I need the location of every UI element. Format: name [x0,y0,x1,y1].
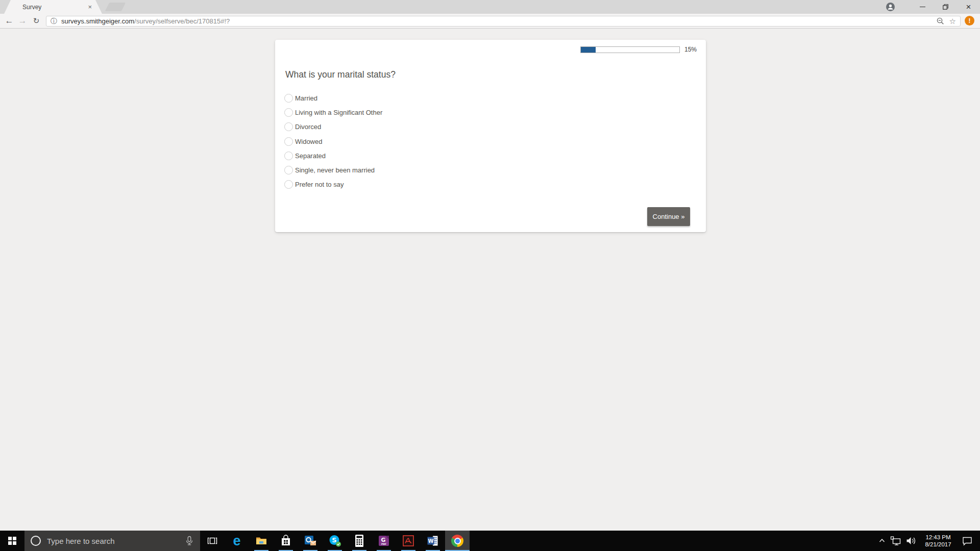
option-label: Separated [295,152,326,160]
acrobat-reader-button[interactable] [396,531,421,551]
taskbar-app-icons: e [200,531,470,551]
tab-close-icon[interactable]: × [88,4,92,10]
edge-icon: e [233,534,240,548]
option-row-married[interactable]: Married [284,91,382,105]
skype-icon: S [328,534,341,547]
option-label: Married [295,94,317,102]
chrome-icon [451,535,463,547]
word-icon: W [427,535,439,547]
task-view-icon [207,535,218,546]
browser-titlebar: Survey × × [0,0,980,14]
option-row-living-with-significant-other[interactable]: Living with a Significant Other [284,105,382,119]
microphone-icon[interactable] [185,536,194,546]
svg-text:W: W [428,538,433,544]
progress-percent-label: 15% [684,46,697,53]
address-bar[interactable]: ⓘ surveys.smithgeiger.com/survey/selfser… [46,16,961,27]
minimize-button[interactable] [911,0,934,14]
close-window-button[interactable]: × [957,0,980,14]
survey-card: 15% What is your marital status? Married… [275,40,706,232]
browser-tab-survey[interactable]: Survey × [4,0,102,14]
option-label: Prefer not to say [295,181,344,188]
url-host: surveys.smithgeiger.com [61,17,134,25]
taskbar-search-box[interactable]: Type here to search [24,531,200,551]
edge-button[interactable]: e [225,531,249,551]
option-label: Single, never been married [295,166,375,174]
taskbar-clock[interactable]: 12:43 PM 8/21/2017 [923,534,953,548]
calculator-icon [353,534,365,547]
radio-button[interactable] [284,137,293,146]
url-text: surveys.smithgeiger.com/survey/selfserve… [61,17,230,25]
acrobat-reader-icon [402,535,414,547]
option-row-widowed[interactable]: Widowed [284,134,382,148]
radio-button[interactable] [284,152,293,160]
restore-button[interactable] [934,0,957,14]
radio-button[interactable] [284,166,293,174]
svg-text:S: S [332,536,336,544]
g-pdf-icon: G PDF [378,535,390,547]
volume-icon[interactable] [905,536,917,546]
option-label: Divorced [295,123,321,131]
progress-bar: 15% [580,46,697,53]
network-icon[interactable] [890,536,901,546]
word-button[interactable]: W [421,531,445,551]
clock-time: 12:43 PM [925,534,950,540]
browser-toolbar: ← → ↻ ⓘ surveys.smithgeiger.com/survey/s… [0,14,980,29]
omnibox-actions: ☆ [937,17,960,26]
back-button[interactable]: ← [3,14,16,28]
radio-button[interactable] [284,94,293,103]
new-tab-button[interactable] [105,3,126,11]
reload-button[interactable]: ↻ [30,14,43,28]
file-explorer-button[interactable] [249,531,274,551]
windows-taskbar: Type here to search e [0,531,980,551]
option-label: Widowed [295,138,322,145]
svg-text:PDF: PDF [381,543,386,545]
action-center-icon[interactable] [962,536,973,546]
windows-logo-icon [8,537,16,545]
forward-button[interactable]: → [16,14,29,28]
profile-avatar-icon[interactable] [886,3,895,11]
extension-warning-badge[interactable]: ! [965,16,974,26]
radio-button[interactable] [284,108,293,117]
calculator-button[interactable] [347,531,372,551]
option-label: Living with a Significant Other [295,109,382,116]
g-pdf-button[interactable]: G PDF [372,531,396,551]
option-row-single-never-married[interactable]: Single, never been married [284,163,382,177]
tab-title: Survey [22,4,88,11]
progress-fill [581,47,596,53]
microsoft-store-button[interactable] [274,531,298,551]
continue-button[interactable]: Continue » [647,207,690,226]
file-explorer-icon [255,535,267,547]
radio-button[interactable] [284,122,293,131]
url-path: /survey/selfserve/bec/170815#!? [134,17,230,25]
progress-track [580,46,680,53]
options-list: Married Living with a Significant Other … [284,91,382,192]
zoom-out-icon[interactable] [937,17,944,25]
survey-page: 15% What is your marital status? Married… [0,29,980,531]
radio-button[interactable] [284,180,293,189]
page-info-icon[interactable]: ⓘ [51,17,57,26]
outlook-button[interactable] [298,531,323,551]
task-view-button[interactable] [200,531,225,551]
cortana-icon [31,536,41,546]
clock-date: 8/21/2017 [925,541,951,547]
outlook-icon [304,534,317,547]
bookmark-star-icon[interactable]: ☆ [949,17,956,26]
tray-chevron-up-icon[interactable] [878,537,886,545]
option-row-prefer-not-to-say[interactable]: Prefer not to say [284,178,382,192]
start-button[interactable] [0,531,24,551]
chrome-button[interactable] [445,531,470,551]
minimize-icon [920,7,925,8]
restore-icon [943,4,948,10]
desktop-screen: Survey × × ← → ↻ [0,0,980,551]
skype-button[interactable]: S [323,531,347,551]
microsoft-store-icon [280,535,292,547]
option-row-separated[interactable]: Separated [284,148,382,163]
window-controls: × [886,0,980,14]
option-row-divorced[interactable]: Divorced [284,120,382,134]
question-text: What is your marital status? [285,69,396,80]
system-tray: 12:43 PM 8/21/2017 [878,531,980,551]
search-placeholder-text: Type here to search [47,537,115,545]
